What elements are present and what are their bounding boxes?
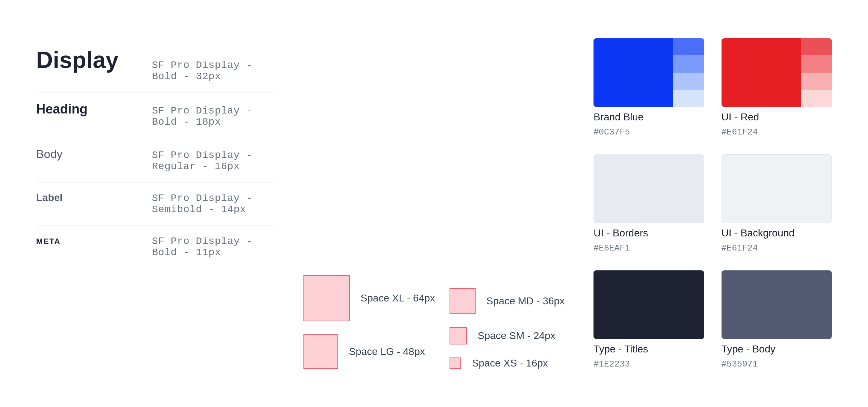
color-hex-brand-blue: #0C37F5 xyxy=(593,127,704,137)
type-label-body: Body xyxy=(36,148,152,160)
space-label-sm: Space SM - 24px xyxy=(478,330,556,342)
display-spec: SF Pro Display - Bold - 32px xyxy=(152,60,275,82)
color-item-type-body: Type - Body #535971 xyxy=(722,270,832,369)
color-swatch-ui-red xyxy=(722,38,832,107)
color-grid: Brand Blue #0C37F5 UI - Red #E61F24 UI -… xyxy=(593,38,832,369)
color-swatch-type-body xyxy=(722,270,832,339)
body-text: Body xyxy=(36,147,63,160)
color-item-ui-background: UI - Background #E61F24 xyxy=(722,154,832,253)
color-swatch-brand-blue xyxy=(593,38,704,107)
meta-spec: SF Pro Display - Bold - 11px xyxy=(152,236,275,258)
space-item-lg: Space LG - 48px xyxy=(303,334,435,369)
color-name-ui-borders: UI - Borders xyxy=(593,227,704,239)
spacing-col-right: Space MD - 36px Space SM - 24px Space XS… xyxy=(450,288,565,369)
spacing-grid: Space XL - 64px Space LG - 48px Space MD… xyxy=(303,275,565,369)
type-row-meta: META SF Pro Display - Bold - 11px xyxy=(36,226,275,268)
color-item-ui-borders: UI - Borders #E8EAF1 xyxy=(593,154,704,253)
color-hex-type-body: #535971 xyxy=(722,359,832,369)
heading-spec: SF Pro Display - Bold - 18px xyxy=(152,105,275,128)
color-name-ui-red: UI - Red xyxy=(722,111,832,123)
color-swatch-ui-borders xyxy=(593,154,704,223)
meta-text: META xyxy=(36,237,61,246)
space-label-lg: Space LG - 48px xyxy=(349,346,425,357)
color-hex-ui-red: #E61F24 xyxy=(722,127,832,137)
color-hex-type-titles: #1E2233 xyxy=(593,359,704,369)
type-row-body: Body SF Pro Display - Regular - 16px xyxy=(36,138,275,183)
space-box-xl xyxy=(303,275,350,321)
spacing-col-left: Space XL - 64px Space LG - 48px xyxy=(303,275,435,369)
display-text: Display xyxy=(36,47,119,73)
label-text: Label xyxy=(36,192,63,203)
color-swatch-ui-background xyxy=(722,154,832,223)
space-box-lg xyxy=(303,334,338,369)
color-hex-ui-background: #E61F24 xyxy=(722,243,832,253)
space-box-md xyxy=(450,288,476,314)
heading-text: Heading xyxy=(36,102,88,116)
color-item-brand-blue: Brand Blue #0C37F5 xyxy=(593,38,704,137)
spacing-section: Space XL - 64px Space LG - 48px Space MD… xyxy=(303,38,565,369)
body-spec: SF Pro Display - Regular - 16px xyxy=(152,150,275,172)
type-row-display: Display SF Pro Display - Bold - 32px xyxy=(36,38,275,93)
space-item-sm: Space SM - 24px xyxy=(450,327,565,344)
type-label-display: Display xyxy=(36,48,152,72)
color-item-ui-red: UI - Red #E61F24 xyxy=(722,38,832,137)
color-name-type-titles: Type - Titles xyxy=(593,343,704,355)
color-section: Brand Blue #0C37F5 UI - Red #E61F24 UI -… xyxy=(593,38,832,369)
color-name-brand-blue: Brand Blue xyxy=(593,111,704,123)
space-label-xl: Space XL - 64px xyxy=(361,292,435,304)
color-item-type-titles: Type - Titles #1E2233 xyxy=(593,270,704,369)
label-spec: SF Pro Display - Semibold - 14px xyxy=(152,193,275,215)
typography-section: Display SF Pro Display - Bold - 32px Hea… xyxy=(36,38,275,369)
type-row-heading: Heading SF Pro Display - Bold - 18px xyxy=(36,93,275,138)
space-label-xs: Space XS - 16px xyxy=(472,357,548,369)
type-label-label: Label xyxy=(36,193,152,203)
color-name-type-body: Type - Body xyxy=(722,343,832,355)
main-container: Display SF Pro Display - Bold - 32px Hea… xyxy=(36,17,832,391)
space-item-xs: Space XS - 16px xyxy=(450,357,565,369)
space-item-md: Space MD - 36px xyxy=(450,288,565,314)
type-label-heading: Heading xyxy=(36,103,152,116)
color-swatch-type-titles xyxy=(593,270,704,339)
type-label-meta: META xyxy=(36,237,152,245)
space-item-xl: Space XL - 64px xyxy=(303,275,435,321)
space-box-sm xyxy=(450,327,467,344)
space-label-md: Space MD - 36px xyxy=(486,295,565,307)
color-hex-ui-borders: #E8EAF1 xyxy=(593,243,704,253)
space-box-xs xyxy=(450,357,461,369)
type-row-label: Label SF Pro Display - Semibold - 14px xyxy=(36,183,275,226)
color-name-ui-background: UI - Background xyxy=(722,227,832,239)
